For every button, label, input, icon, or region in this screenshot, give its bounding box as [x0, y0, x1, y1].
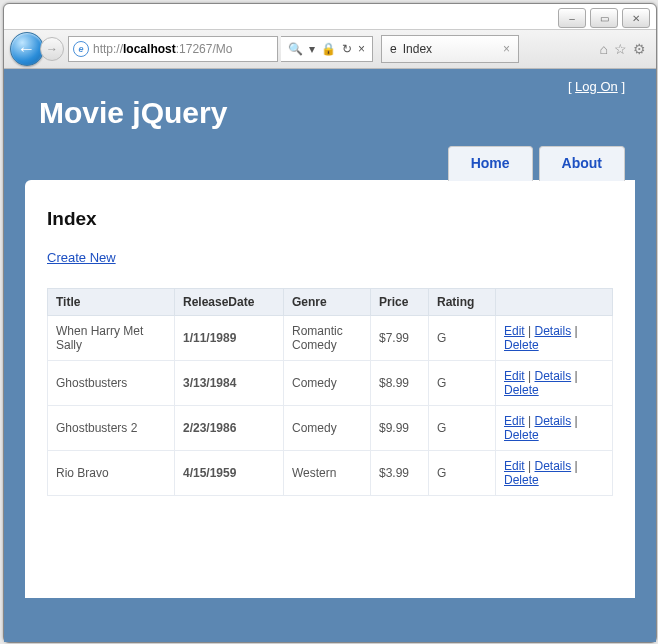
action-sep: | [525, 369, 535, 383]
cell-price: $7.99 [370, 316, 428, 361]
delete-link[interactable]: Delete [504, 428, 539, 442]
minimize-button[interactable]: – [558, 8, 586, 28]
lock-icon: 🔒 [318, 42, 339, 56]
minimize-icon: – [569, 13, 575, 24]
col-genre: Genre [283, 289, 370, 316]
cell-rating: G [428, 406, 495, 451]
nav-about[interactable]: About [539, 146, 625, 181]
stop-icon[interactable]: × [355, 42, 368, 56]
col-release: ReleaseDate [175, 289, 284, 316]
settings-icon[interactable]: ⚙ [633, 41, 646, 57]
login-bracket-close: ] [618, 79, 625, 94]
cell-price: $3.99 [370, 451, 428, 496]
cell-genre: Romantic Comedy [283, 316, 370, 361]
cell-actions: Edit | Details | Delete [496, 361, 613, 406]
cell-actions: Edit | Details | Delete [496, 316, 613, 361]
col-title: Title [48, 289, 175, 316]
create-new-link[interactable]: Create New [47, 250, 116, 265]
cell-release-date: 2/23/1986 [175, 406, 284, 451]
dropdown-icon[interactable]: ▾ [306, 42, 318, 56]
action-sep: | [571, 459, 577, 473]
table-row: When Harry Met Sally1/11/1989Romantic Co… [48, 316, 613, 361]
ie-logo-icon: e [73, 41, 89, 57]
cell-actions: Edit | Details | Delete [496, 451, 613, 496]
delete-link[interactable]: Delete [504, 473, 539, 487]
browser-window: – ▭ ✕ ← → e http://localhost:17267/Mo 🔍 … [3, 3, 657, 643]
details-link[interactable]: Details [534, 414, 571, 428]
cell-price: $9.99 [370, 406, 428, 451]
cell-rating: G [428, 451, 495, 496]
forward-button[interactable]: → [40, 37, 64, 61]
window-controls: – ▭ ✕ [4, 4, 656, 29]
col-actions [496, 289, 613, 316]
cell-release-date: 4/15/1959 [175, 451, 284, 496]
details-link[interactable]: Details [534, 369, 571, 383]
browser-tab[interactable]: e Index × [381, 35, 519, 63]
url-rest: :17267/Mo [176, 42, 233, 56]
browser-right-icons: ⌂ ☆ ⚙ [596, 41, 650, 57]
nav-buttons: ← → [10, 32, 64, 66]
edit-link[interactable]: Edit [504, 459, 525, 473]
details-link[interactable]: Details [534, 324, 571, 338]
movies-table: Title ReleaseDate Genre Price Rating Whe… [47, 288, 613, 496]
delete-link[interactable]: Delete [504, 338, 539, 352]
search-icon[interactable]: 🔍 [285, 42, 306, 56]
col-price: Price [370, 289, 428, 316]
edit-link[interactable]: Edit [504, 414, 525, 428]
details-link[interactable]: Details [534, 459, 571, 473]
url-host: localhost [123, 42, 176, 56]
cell-genre: Western [283, 451, 370, 496]
table-row: Rio Bravo4/15/1959Western$3.99GEdit | De… [48, 451, 613, 496]
cell-genre: Comedy [283, 406, 370, 451]
app-title: Movie jQuery [39, 96, 635, 130]
refresh-icon[interactable]: ↻ [339, 42, 355, 56]
favorites-icon[interactable]: ☆ [614, 41, 627, 57]
cell-release-date: 3/13/1984 [175, 361, 284, 406]
delete-link[interactable]: Delete [504, 383, 539, 397]
table-row: Ghostbusters 22/23/1986Comedy$9.99GEdit … [48, 406, 613, 451]
cell-genre: Comedy [283, 361, 370, 406]
action-sep: | [525, 459, 535, 473]
restore-icon: ▭ [600, 13, 609, 24]
cell-title: When Harry Met Sally [48, 316, 175, 361]
action-sep: | [571, 414, 577, 428]
cell-actions: Edit | Details | Delete [496, 406, 613, 451]
tab-title: Index [403, 42, 432, 56]
url-prefix: http:// [93, 42, 123, 56]
cell-rating: G [428, 316, 495, 361]
cell-title: Ghostbusters [48, 361, 175, 406]
tab-close-icon[interactable]: × [503, 42, 510, 56]
tab-ie-icon: e [390, 42, 397, 56]
cell-title: Ghostbusters 2 [48, 406, 175, 451]
table-row: Ghostbusters3/13/1984Comedy$8.99GEdit | … [48, 361, 613, 406]
logon-link[interactable]: Log On [575, 79, 618, 94]
tab-strip: e Index × [381, 35, 592, 63]
page-container: [ Log On ] Movie jQuery Home About Index… [25, 73, 635, 638]
login-bar: [ Log On ] [25, 73, 635, 94]
action-sep: | [571, 324, 577, 338]
back-arrow-icon: ← [17, 39, 35, 60]
browser-toolbar: ← → e http://localhost:17267/Mo 🔍 ▾ 🔒 ↻ … [4, 29, 656, 69]
close-icon: ✕ [632, 13, 640, 24]
edit-link[interactable]: Edit [504, 369, 525, 383]
table-header-row: Title ReleaseDate Genre Price Rating [48, 289, 613, 316]
cell-rating: G [428, 361, 495, 406]
action-sep: | [525, 414, 535, 428]
cell-price: $8.99 [370, 361, 428, 406]
close-window-button[interactable]: ✕ [622, 8, 650, 28]
forward-arrow-icon: → [46, 42, 58, 56]
main-panel: Index Create New Title ReleaseDate Genre… [25, 180, 635, 598]
address-bar[interactable]: e http://localhost:17267/Mo [68, 36, 278, 62]
action-sep: | [525, 324, 535, 338]
col-rating: Rating [428, 289, 495, 316]
action-sep: | [571, 369, 577, 383]
back-button[interactable]: ← [10, 32, 44, 66]
cell-release-date: 1/11/1989 [175, 316, 284, 361]
cell-title: Rio Bravo [48, 451, 175, 496]
home-icon[interactable]: ⌂ [600, 41, 608, 57]
nav-tabs: Home About [25, 146, 625, 181]
page-viewport: [ Log On ] Movie jQuery Home About Index… [4, 69, 656, 642]
edit-link[interactable]: Edit [504, 324, 525, 338]
nav-home[interactable]: Home [448, 146, 533, 181]
restore-button[interactable]: ▭ [590, 8, 618, 28]
